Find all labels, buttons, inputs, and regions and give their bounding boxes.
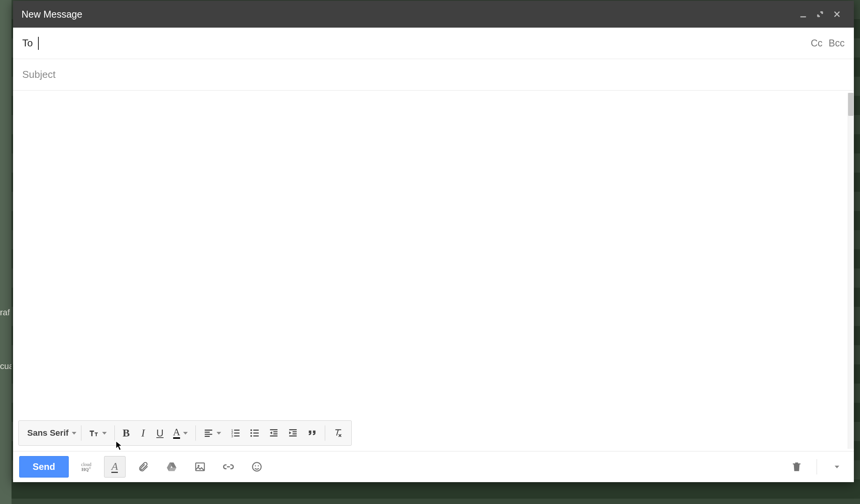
svg-rect-0 [800, 16, 806, 18]
close-icon [833, 10, 841, 18]
formatting-options-icon: A [111, 461, 118, 473]
minimize-icon [799, 10, 807, 18]
background-sidebar-fragment: rafcua [0, 0, 12, 504]
quote-icon [307, 428, 317, 438]
text-color-dropdown[interactable]: A [169, 424, 193, 442]
to-input[interactable] [38, 37, 810, 50]
svg-text:3: 3 [232, 434, 233, 438]
svg-point-9 [252, 463, 261, 471]
link-icon [223, 461, 234, 473]
text-size-icon [89, 428, 99, 438]
send-button[interactable]: Send [19, 456, 69, 478]
subject-row [13, 59, 854, 91]
popout-icon [816, 10, 824, 18]
indent-more-button[interactable] [283, 424, 303, 442]
font-family-dropdown[interactable]: Sans Serif [23, 424, 78, 442]
svg-point-11 [258, 465, 259, 466]
svg-point-10 [255, 465, 256, 466]
emoji-icon [251, 461, 263, 473]
insert-drive-button[interactable] [161, 456, 182, 478]
insert-link-button[interactable] [218, 456, 239, 478]
bottom-action-bar: Send cloudHQ® A [13, 451, 854, 482]
scrollbar-thumb[interactable] [848, 93, 853, 116]
text-size-dropdown[interactable] [84, 424, 111, 442]
chevron-down-icon [102, 432, 107, 435]
minimize-button[interactable] [795, 6, 812, 23]
to-label: To [22, 37, 33, 49]
insert-emoji-button[interactable] [246, 456, 268, 478]
to-row: To Cc Bcc [13, 28, 854, 59]
svg-point-4 [251, 429, 252, 431]
message-body[interactable]: Sans Serif B I U A [13, 91, 854, 451]
scrollbar[interactable] [848, 93, 854, 449]
align-dropdown[interactable] [199, 424, 226, 442]
insert-photo-button[interactable] [189, 456, 211, 478]
cloudhq-button[interactable]: cloudHQ® [76, 456, 97, 478]
chevron-down-icon [183, 432, 188, 435]
bulleted-list-icon [250, 428, 260, 438]
svg-point-5 [251, 432, 252, 434]
popout-button[interactable] [812, 6, 829, 23]
quote-button[interactable] [303, 424, 322, 442]
indent-less-button[interactable] [264, 424, 283, 442]
italic-button[interactable]: I [135, 424, 152, 442]
formatting-toolbar: Sans Serif B I U A [18, 420, 352, 446]
svg-point-8 [197, 465, 199, 467]
text-color-icon: A [173, 427, 180, 439]
subject-input[interactable] [22, 69, 845, 81]
remove-formatting-button[interactable] [328, 424, 347, 442]
chevron-down-icon [217, 432, 221, 435]
svg-point-6 [251, 435, 252, 436]
indent-more-icon [288, 428, 298, 438]
underline-button[interactable]: U [152, 424, 169, 442]
formatting-options-button[interactable]: A [104, 456, 126, 478]
cc-button[interactable]: Cc [811, 38, 823, 49]
attach-file-button[interactable] [132, 456, 154, 478]
bulleted-list-button[interactable] [245, 424, 264, 442]
numbered-list-icon: 1 2 3 [230, 428, 240, 438]
chevron-down-icon [72, 432, 76, 435]
drive-icon [166, 461, 177, 473]
align-left-icon [203, 428, 213, 438]
window-title: New Message [22, 9, 82, 20]
photo-icon [194, 461, 206, 473]
remove-formatting-icon [333, 428, 343, 438]
titlebar: New Message [13, 1, 854, 28]
close-button[interactable] [829, 6, 845, 23]
trash-icon [791, 461, 802, 473]
chevron-down-icon [835, 466, 839, 468]
indent-less-icon [269, 428, 279, 438]
more-options-button[interactable] [826, 456, 848, 478]
numbered-list-button[interactable]: 1 2 3 [226, 424, 245, 442]
cloudhq-icon: cloudHQ® [81, 462, 91, 472]
discard-draft-button[interactable] [786, 456, 807, 478]
attachment-icon [137, 461, 149, 473]
compose-window: New Message To Cc Bcc [13, 1, 854, 482]
bcc-button[interactable]: Bcc [829, 38, 845, 49]
font-family-label: Sans Serif [27, 428, 69, 438]
bold-button[interactable]: B [118, 424, 135, 442]
